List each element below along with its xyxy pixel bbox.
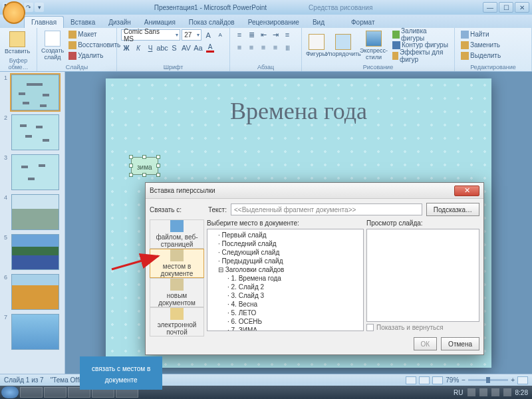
task-item[interactable] [20, 387, 43, 398]
paste-button[interactable]: Вставить [4, 29, 31, 57]
tray-lang[interactable]: RU [454, 389, 463, 396]
tree-item[interactable]: · 6. ОСЕНЬ [209, 317, 362, 326]
linkbar-file[interactable]: файлом, веб- страницей [150, 219, 204, 249]
tree-item[interactable]: ⊟ Заголовки слайдов [209, 265, 362, 274]
document-tree[interactable]: · Первый слайд· Последний слайд· Следующ… [207, 229, 364, 331]
zoom-slider[interactable] [468, 379, 508, 381]
thumbnail-2[interactable] [11, 114, 59, 150]
bold-button[interactable]: Ж [121, 43, 132, 53]
cancel-button[interactable]: Отмена [441, 337, 479, 350]
tab-insert[interactable]: Вставка [64, 17, 102, 28]
screentip-button[interactable]: Подсказка… [426, 203, 479, 216]
fit-button[interactable] [517, 376, 528, 384]
tab-view[interactable]: Вид [306, 17, 331, 28]
columns-button[interactable]: ⫼ [282, 42, 293, 53]
view-show-button[interactable] [432, 376, 443, 384]
thumbnail-1[interactable] [11, 74, 59, 110]
underline-button[interactable]: Ч [145, 43, 156, 53]
shapes-button[interactable]: Фигуры [306, 29, 327, 63]
font-color-button[interactable]: A [205, 43, 215, 53]
strike-button[interactable]: abc [157, 43, 168, 53]
spacing-button[interactable]: AV [181, 43, 192, 53]
tree-item[interactable]: · 3. Слайд 3 [209, 291, 362, 300]
tab-design[interactable]: Дизайн [102, 17, 138, 28]
thumbnail-5[interactable] [11, 234, 59, 270]
tray-icon[interactable] [491, 388, 499, 396]
tray-icon[interactable] [479, 388, 487, 396]
align-left-button[interactable]: ≡ [234, 42, 245, 53]
start-button[interactable] [1, 386, 19, 398]
dialog-titlebar[interactable]: Вставка гиперссылки ✕ [146, 183, 483, 199]
tray-icon[interactable] [503, 388, 511, 396]
tab-animation[interactable]: Анимация [138, 17, 182, 28]
line-spacing-button[interactable]: ≡ [282, 29, 293, 40]
italic-button[interactable]: К [133, 43, 144, 53]
view-sorter-button[interactable] [419, 376, 430, 384]
tree-item[interactable]: · Предыдущий слайд [209, 257, 362, 265]
tab-format[interactable]: Формат [344, 17, 382, 28]
quick-styles-button[interactable]: Экспресс-стили [360, 29, 388, 63]
minimize-button[interactable]: — [483, 2, 497, 13]
delete-button[interactable]: Удалить [66, 51, 122, 61]
bullets-button[interactable]: ≡ [234, 29, 245, 40]
task-item[interactable] [44, 387, 66, 398]
shape-fill-button[interactable]: Заливка фигуры [390, 29, 450, 39]
zoom-out-button[interactable]: − [462, 376, 466, 384]
office-button[interactable] [3, 1, 25, 24]
reset-button[interactable]: Восстановить [66, 40, 122, 50]
layout-button[interactable]: Макет [66, 29, 122, 39]
justify-button[interactable]: ≡ [270, 42, 281, 53]
qat-more-icon[interactable]: ▾ [35, 3, 44, 12]
arrange-button[interactable]: Упорядочить [329, 29, 357, 63]
indent-inc-button[interactable]: ⇥ [270, 29, 281, 40]
align-center-button[interactable]: ≡ [246, 42, 257, 53]
dialog-close-button[interactable]: ✕ [454, 186, 479, 196]
qat-redo-icon[interactable]: ↷ [24, 3, 33, 12]
tray-icon[interactable] [467, 388, 475, 396]
thumbnail-7[interactable] [11, 314, 59, 350]
hyperlink-dialog: Вставка гиперссылки ✕ Связать с: Текст: … [145, 182, 484, 355]
linkbar-new[interactable]: новым документом [150, 278, 204, 307]
slide-title[interactable]: Времена года [106, 97, 491, 125]
indent-dec-button[interactable]: ⇤ [258, 29, 269, 40]
tree-item[interactable]: · 1. Времена года [209, 274, 362, 283]
maximize-button[interactable]: ☐ [499, 2, 513, 13]
selected-shape[interactable]: зима [131, 157, 158, 175]
tree-item[interactable]: · 2. Слайд 2 [209, 283, 362, 291]
thumbnail-4[interactable] [11, 194, 59, 230]
text-input[interactable]: <<Выделенный фрагмент документа>> [231, 203, 422, 215]
change-case-button[interactable]: Aa [193, 43, 203, 53]
close-button[interactable]: ✕ [515, 2, 529, 13]
view-normal-button[interactable] [406, 376, 416, 384]
tree-item[interactable]: · Первый слайд [209, 231, 362, 239]
clipboard-icon [9, 31, 25, 47]
align-right-button[interactable]: ≡ [258, 42, 269, 53]
tree-item[interactable]: · Последний слайд [209, 239, 362, 248]
shadow-button[interactable]: S [169, 43, 180, 53]
tree-item[interactable]: · 4. Весна [209, 300, 362, 309]
thumbnail-3[interactable] [11, 154, 59, 190]
group-slides-label: Слайды [41, 64, 112, 70]
shrink-font-icon[interactable]: A [215, 30, 225, 41]
font-name-dropdown[interactable]: Comic Sans MS [121, 29, 180, 41]
group-paragraph-label: Абзац [234, 64, 297, 70]
shape-effects-button[interactable]: Эффекты для фигур [390, 51, 450, 61]
show-return-checkbox[interactable] [366, 324, 374, 331]
replace-button[interactable]: Заменить [459, 40, 527, 50]
thumbnail-6[interactable] [11, 274, 59, 310]
new-slide-button[interactable]: Создать слайд [41, 29, 64, 63]
tab-slideshow[interactable]: Показ слайдов [182, 17, 241, 28]
select-button[interactable]: Выделить [459, 51, 527, 61]
tab-review[interactable]: Рецензирование [241, 17, 306, 28]
tab-home[interactable]: Главная [24, 16, 64, 28]
ok-button[interactable]: ОК [414, 337, 438, 350]
zoom-in-button[interactable]: + [511, 376, 515, 384]
find-button[interactable]: Найти [459, 29, 527, 39]
linkbar-email[interactable]: электронной почтой [150, 307, 204, 336]
font-size-dropdown[interactable]: 27 [182, 29, 201, 41]
tree-item[interactable]: · 5. ЛЕТО [209, 309, 362, 317]
tree-item[interactable]: · 7. ЗИМА [209, 326, 362, 331]
numbering-button[interactable]: ≣ [246, 29, 257, 40]
grow-font-icon[interactable]: A [203, 30, 213, 41]
tree-item[interactable]: · Следующий слайд [209, 248, 362, 257]
